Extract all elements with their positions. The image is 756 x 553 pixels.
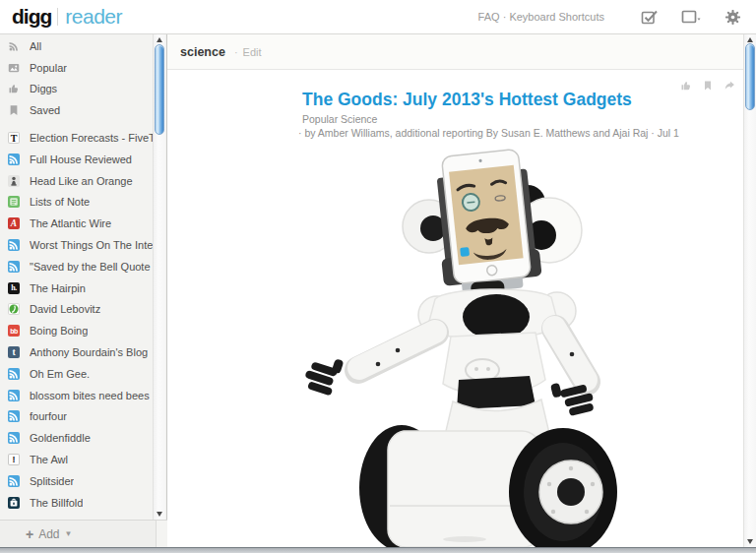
sidebar-item[interactable]: AThe Atlantic Wire: [0, 213, 153, 234]
photo-muted-icon: [8, 62, 20, 74]
rss-blue-icon: [8, 390, 20, 401]
billfold-icon: [8, 497, 20, 509]
sidebar: AllPopularDiggsSavedTElection Forecasts …: [0, 34, 167, 520]
sidebar-item-label: The Hairpin: [30, 282, 86, 294]
sidebar-item[interactable]: Diggs: [0, 79, 153, 100]
sidebar-item[interactable]: bbBoing Boing: [0, 320, 153, 341]
digg-reader-logo[interactable]: digg reader: [12, 5, 122, 29]
scroll-up-arrow[interactable]: [154, 35, 165, 44]
sidebar-item[interactable]: Goldenfiddle: [0, 427, 153, 449]
digg-reader-app: digg reader FAQ · Keyboard Shortcuts: [0, 0, 756, 553]
boingboing-icon: bb: [8, 325, 20, 337]
sidebar-item[interactable]: !The Awl: [0, 449, 153, 470]
sidebar-item[interactable]: Oh Em Gee.: [0, 363, 153, 385]
rss-blue-icon: [8, 261, 20, 273]
header-links: FAQ · Keyboard Shortcuts: [478, 11, 604, 23]
sidebar-item[interactable]: Splitsider: [0, 470, 153, 492]
scroll-down-arrow[interactable]: [154, 510, 165, 519]
rss-blue-icon: [8, 154, 20, 165]
sidebar-item-label: "Saved by the Bell Quote of t…: [30, 261, 153, 273]
folder-name: science: [180, 45, 225, 59]
rss-muted-icon: [8, 40, 20, 52]
bookmark-muted-icon: [8, 104, 20, 116]
article-title[interactable]: The Goods: July 2013's Hottest Gadgets: [302, 90, 716, 110]
header-link-separator: ·: [503, 11, 507, 23]
sidebar-item[interactable]: fourfour: [0, 406, 153, 428]
statue-icon: [8, 175, 20, 187]
rss-blue-icon: [8, 239, 20, 251]
lebovitz-icon: [8, 303, 20, 315]
sidebar-item[interactable]: Worst Things On The Internet: [0, 234, 153, 256]
add-feed-label: Add: [38, 527, 59, 541]
sidebar-item-label: The Atlantic Wire: [30, 217, 111, 229]
sidebar-item[interactable]: h.The Hairpin: [0, 277, 153, 299]
article-view: The Goods: July 2013's Hottest Gadgets P…: [167, 70, 743, 547]
rss-blue-icon: [8, 475, 20, 487]
rss-blue-icon: [8, 410, 20, 422]
footer-divider: [156, 521, 157, 548]
article-byline: · by Amber Williams, additional reportin…: [298, 127, 692, 139]
sidebar-item-label: Boing Boing: [30, 325, 88, 337]
sidebar-item[interactable]: Head Like an Orange: [0, 170, 153, 192]
main-scrollbar[interactable]: [743, 34, 756, 547]
faq-link[interactable]: FAQ: [478, 11, 500, 23]
sidebar-footer: + Add ▼: [0, 520, 167, 547]
toolbar-separator: ·: [234, 46, 238, 58]
sidebar-item-label: Goldenfiddle: [30, 432, 91, 444]
hairpin-icon: h.: [8, 282, 20, 294]
sidebar-item-label: Popular: [30, 62, 67, 74]
rss-blue-icon: [8, 432, 20, 444]
article-source: Popular Science: [302, 113, 377, 125]
sidebar-item-label: Full House Reviewed: [30, 154, 132, 165]
green-notes-icon: [8, 196, 20, 208]
sidebar-item[interactable]: The Billfold: [0, 492, 153, 514]
keyboard-shortcuts-link[interactable]: Keyboard Shortcuts: [509, 11, 604, 23]
sidebar-item-label: Splitsider: [30, 475, 74, 487]
sidebar-item[interactable]: Lists of Note: [0, 192, 153, 214]
footer-right-segment: [157, 521, 167, 548]
sidebar-item-label: Lists of Note: [30, 196, 90, 208]
sidebar-item[interactable]: Saved: [0, 99, 153, 121]
sidebar-item-label: Anthony Bourdain's Blog: [30, 346, 148, 358]
folder-toolbar: science · Edit: [167, 34, 743, 70]
sidebar-item-label: The Awl: [30, 454, 68, 465]
sidebar-item-label: blossom bites need bees: [30, 390, 150, 401]
view-layout-icon[interactable]: [681, 8, 701, 26]
logo-divider: [57, 8, 58, 26]
rss-blue-icon: [8, 368, 20, 380]
add-feed-button[interactable]: + Add ▼: [26, 526, 72, 542]
sidebar-item[interactable]: All: [0, 35, 153, 57]
sidebar-item-label: David Lebovitz: [30, 303, 100, 315]
sidebar-item[interactable]: David Lebovitz: [0, 299, 153, 321]
atlantic-icon: A: [8, 217, 20, 229]
sidebar-item[interactable]: tAnthony Bourdain's Blog: [0, 341, 153, 363]
settings-gear-icon[interactable]: [723, 8, 742, 26]
plus-icon: +: [26, 526, 33, 542]
sidebar-item[interactable]: TElection Forecasts - FiveThirt…: [0, 127, 153, 149]
digg-wordmark: digg: [12, 5, 51, 29]
feed-list: AllPopularDiggsSavedTElection Forecasts …: [0, 34, 153, 514]
reader-wordmark: reader: [65, 5, 122, 29]
sidebar-item[interactable]: Popular: [0, 57, 153, 79]
sidebar-scrollbar[interactable]: [153, 34, 165, 520]
sidebar-item[interactable]: Full House Reviewed: [0, 149, 153, 170]
sidebar-item[interactable]: blossom bites need bees: [0, 385, 153, 406]
sidebar-item-label: Election Forecasts - FiveThirt…: [30, 132, 153, 144]
sidebar-item-label: fourfour: [30, 410, 67, 422]
article-hero-robot-image: [295, 144, 630, 547]
sidebar-item[interactable]: "Saved by the Bell Quote of t…: [0, 256, 153, 277]
window-bottom-edge: [0, 547, 756, 553]
scroll-down-arrow[interactable]: [744, 537, 756, 546]
share-arrow-icon[interactable]: [724, 80, 735, 92]
sidebar-item-label: Saved: [30, 104, 60, 116]
app-header: digg reader FAQ · Keyboard Shortcuts: [0, 0, 756, 34]
sidebar-item-label: Head Like an Orange: [30, 175, 133, 187]
sidebar-item-label: The Billfold: [30, 497, 83, 509]
sidebar-scrollbar-thumb[interactable]: [155, 44, 164, 135]
main-content: science · Edit The Goods: July 2013's Ho…: [167, 34, 743, 547]
edit-folder-link[interactable]: Edit: [243, 46, 262, 58]
main-scrollbar-thumb[interactable]: [745, 43, 755, 110]
caret-down-icon: ▼: [65, 529, 73, 538]
sidebar-item-label: Diggs: [30, 83, 57, 94]
mark-all-read-icon[interactable]: [640, 8, 660, 26]
